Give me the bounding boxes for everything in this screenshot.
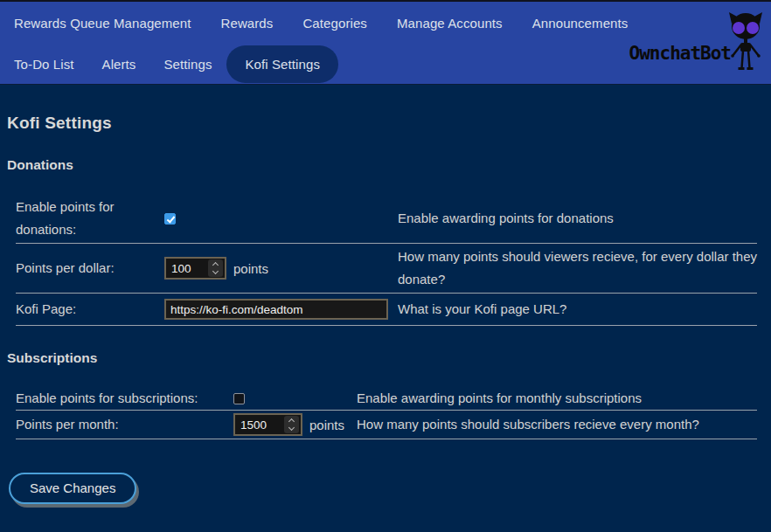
enable-donations-label: Enable points for donations: (16, 196, 164, 241)
kofi-page-input[interactable] (164, 299, 388, 320)
points-per-dollar-input[interactable] (166, 262, 208, 275)
nav-item-categories[interactable]: Categories (302, 16, 367, 31)
subscriptions-section-title: Subscriptions (7, 350, 771, 366)
points-per-dollar-label: Points per dollar: (16, 257, 164, 280)
enable-subscriptions-description: Enable awarding points for monthly subsc… (357, 387, 757, 410)
nav-item-manage-accounts[interactable]: Manage Accounts (397, 16, 503, 31)
points-per-month-label: Points per month: (16, 413, 233, 436)
brand-logo: OwnchatBot (629, 10, 766, 75)
points-per-month-stepper[interactable] (284, 416, 299, 433)
brand-logo-text: OwnchatBot (629, 43, 731, 64)
robot-icon (726, 10, 766, 75)
nav-item-alerts[interactable]: Alerts (102, 57, 136, 72)
points-per-month-description: How many points should subscribers recie… (357, 413, 757, 436)
kofi-page-description: What is your Kofi page URL? (398, 298, 757, 321)
app-root: Rewards Queue Management Rewards Categor… (0, 0, 771, 504)
donations-settings-table: Enable points for donations: Enable awar… (16, 194, 757, 326)
enable-subscriptions-checkbox[interactable] (233, 393, 245, 404)
nav-item-announcements[interactable]: Announcements (532, 16, 629, 31)
points-suffix: points (233, 261, 268, 276)
nav-item-rewards[interactable]: Rewards (221, 16, 274, 31)
setting-row-points-per-dollar: Points per dollar: points How many point… (16, 244, 757, 294)
points-per-month-field (233, 413, 302, 436)
points-suffix: points (309, 418, 344, 432)
subscriptions-settings-table: Enable points for subscriptions: Enable … (16, 387, 757, 439)
stepper-down-icon[interactable] (212, 268, 219, 274)
donations-section-title: Donations (7, 157, 771, 173)
setting-row-kofi-page: Kofi Page: What is your Kofi page URL? (16, 294, 757, 326)
enable-subscriptions-label: Enable points for subscriptions: (16, 387, 233, 410)
points-per-month-input[interactable] (235, 418, 284, 432)
points-per-dollar-stepper[interactable] (208, 259, 223, 277)
points-per-dollar-field (164, 257, 226, 280)
page-title: Kofi Settings (7, 114, 771, 133)
main-content: Kofi Settings Donations Enable points fo… (0, 114, 771, 504)
kofi-page-label: Kofi Page: (16, 298, 164, 321)
save-changes-button[interactable]: Save Changes (9, 473, 136, 504)
nav-item-settings[interactable]: Settings (163, 57, 212, 72)
nav-item-rewards-queue-management[interactable]: Rewards Queue Management (14, 16, 191, 31)
stepper-down-icon[interactable] (288, 425, 295, 431)
setting-row-points-per-month: Points per month: points How many points… (16, 411, 757, 439)
top-navigation: Rewards Queue Management Rewards Categor… (0, 0, 771, 85)
points-per-dollar-description: How many points should viewers recieve, … (398, 245, 757, 291)
nav-item-todo-list[interactable]: To-Do List (14, 57, 74, 72)
enable-donations-description: Enable awarding points for donations (398, 207, 757, 230)
setting-row-enable-donations: Enable points for donations: Enable awar… (16, 194, 757, 244)
enable-donations-checkbox[interactable] (164, 213, 176, 225)
nav-item-kofi-settings[interactable]: Kofi Settings (226, 45, 338, 83)
setting-row-enable-subscriptions: Enable points for subscriptions: Enable … (16, 387, 757, 411)
